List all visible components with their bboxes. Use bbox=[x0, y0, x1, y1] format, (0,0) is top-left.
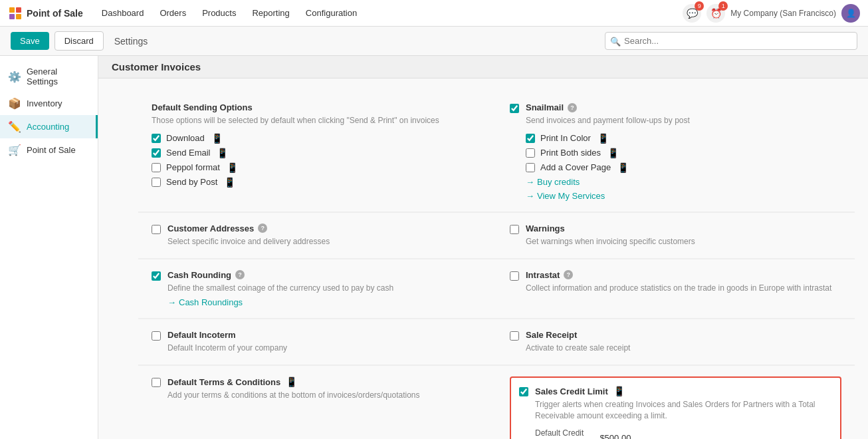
send-email-mobile-icon: 📱 bbox=[217, 148, 228, 158]
default-credit-label: Default CreditLimit bbox=[535, 428, 584, 439]
nav-dashboard[interactable]: Dashboard bbox=[94, 0, 152, 27]
credit-limit-mobile-icon: 📱 bbox=[613, 386, 625, 396]
addresses-checkbox[interactable] bbox=[152, 225, 161, 234]
cash-rounding-info-icon[interactable]: ? bbox=[235, 270, 245, 279]
terms-desc: Add your terms & conditions at the botto… bbox=[167, 390, 483, 401]
cash-rounding-desc: Define the smallest coinage of the curre… bbox=[167, 283, 483, 294]
warnings-content: Warnings Get warnings when invoicing spe… bbox=[526, 223, 841, 247]
cash-rounding-row: Cash Rounding ? Define the smallest coin… bbox=[152, 270, 483, 308]
sale-receipt-desc: Activate to create sale receipt bbox=[526, 343, 841, 354]
addresses-content: Customer Addresses ? Select specific inv… bbox=[167, 223, 483, 247]
app-logo[interactable]: Point of Sale bbox=[8, 6, 83, 21]
warnings-checkbox[interactable] bbox=[510, 225, 519, 234]
save-button[interactable]: Save bbox=[11, 32, 49, 50]
search-wrap: 🔍 bbox=[605, 32, 857, 50]
settings-body: Default Sending Options Those options wi… bbox=[98, 78, 868, 439]
cash-rounding-checkbox[interactable] bbox=[152, 271, 161, 281]
sidebar-accounting-label: Accounting bbox=[27, 122, 69, 132]
activity-btn[interactable]: ⏰ 1 bbox=[706, 4, 725, 23]
view-services-link[interactable]: → View My Services bbox=[526, 191, 841, 201]
default-credit-value: $500.00 bbox=[597, 432, 650, 439]
main-content: Customer Invoices Default Sending Option… bbox=[98, 56, 868, 439]
intrastat-checkbox[interactable] bbox=[510, 271, 519, 281]
sidebar-pos-label: Point of Sale bbox=[27, 145, 76, 155]
nav-reporting[interactable]: Reporting bbox=[244, 0, 297, 27]
sale-receipt-checkbox[interactable] bbox=[510, 331, 519, 341]
default-sending-desc: Those options will be selected by defaul… bbox=[152, 115, 483, 126]
intrastat-desc: Collect information and produce statisti… bbox=[526, 283, 841, 294]
setting-incoterm: Default Incoterm Default Incoterm of you… bbox=[138, 319, 496, 365]
peppol-label: Peppol format bbox=[166, 162, 220, 172]
print-both-checkbox[interactable] bbox=[526, 148, 535, 158]
snailmail-checkbox[interactable] bbox=[510, 104, 519, 113]
nav-products[interactable]: Products bbox=[194, 0, 244, 27]
default-credit-row: Default CreditLimit $500.00 bbox=[535, 428, 832, 439]
print-color-checkbox[interactable] bbox=[526, 134, 535, 143]
cover-page-checkbox[interactable] bbox=[526, 163, 535, 172]
incoterm-desc: Default Incoterm of your company bbox=[167, 343, 483, 354]
intrastat-check-col bbox=[510, 270, 519, 283]
sale-receipt-row: Sale Receipt Activate to create sale rec… bbox=[510, 330, 841, 354]
sidebar-item-inventory[interactable]: 📦 Inventory bbox=[0, 92, 98, 115]
pos-icon: 🛒 bbox=[8, 144, 21, 156]
toolbar: Save Discard Settings 🔍 bbox=[0, 27, 868, 56]
cash-roundings-link[interactable]: → Cash Roundings bbox=[167, 297, 483, 307]
svg-rect-0 bbox=[9, 7, 15, 13]
intrastat-title: Intrastat ? bbox=[526, 270, 841, 280]
messages-btn[interactable]: 💬 9 bbox=[683, 4, 701, 23]
snailmail-row: Snailmail ? Send invoices and payment fo… bbox=[510, 102, 841, 201]
default-sending-options: Download 📱 Send Email 📱 Peppol format 📱 bbox=[152, 133, 483, 188]
send-email-checkbox[interactable] bbox=[152, 148, 161, 158]
sidebar-item-general[interactable]: ⚙️ General Settings bbox=[0, 61, 98, 92]
download-option: Download 📱 bbox=[152, 133, 483, 144]
print-both-label: Print Both sides bbox=[540, 148, 601, 158]
cover-page-label: Add a Cover Page bbox=[540, 162, 611, 172]
send-post-option: Send by Post 📱 bbox=[152, 177, 483, 188]
download-checkbox[interactable] bbox=[152, 134, 161, 143]
snailmail-check-col bbox=[510, 102, 519, 115]
credit-limit-check-col bbox=[519, 386, 528, 398]
sidebar-item-pos[interactable]: 🛒 Point of Sale bbox=[0, 138, 98, 162]
warnings-check-col bbox=[510, 223, 519, 236]
discard-button[interactable]: Discard bbox=[54, 31, 104, 51]
send-email-option: Send Email 📱 bbox=[152, 148, 483, 158]
addresses-info-icon[interactable]: ? bbox=[258, 223, 267, 233]
row-terms-credit: Default Terms & Conditions 📱 Add your te… bbox=[138, 366, 855, 439]
nav-configuration[interactable]: Configuration bbox=[298, 0, 365, 27]
sidebar-general-label: General Settings bbox=[27, 67, 90, 86]
setting-credit-limit: Sales Credit Limit 📱 Trigger alerts when… bbox=[496, 366, 855, 439]
cash-rounding-title: Cash Rounding ? bbox=[167, 270, 483, 280]
warnings-row: Warnings Get warnings when invoicing spe… bbox=[510, 223, 841, 247]
incoterm-checkbox[interactable] bbox=[152, 331, 161, 341]
addresses-check-col bbox=[152, 223, 161, 236]
avatar[interactable]: 👤 bbox=[841, 4, 860, 23]
nav-items: Dashboard Orders Products Reporting Conf… bbox=[94, 0, 365, 27]
nav-orders[interactable]: Orders bbox=[152, 0, 194, 27]
addresses-title: Customer Addresses ? bbox=[167, 223, 483, 233]
peppol-checkbox[interactable] bbox=[152, 163, 161, 172]
sidebar-item-accounting[interactable]: ✏️ Accounting bbox=[0, 115, 98, 138]
search-input[interactable] bbox=[605, 32, 857, 50]
row-incoterm-receipt: Default Incoterm Default Incoterm of you… bbox=[138, 319, 855, 366]
sale-receipt-check-col bbox=[510, 330, 519, 343]
sale-receipt-content: Sale Receipt Activate to create sale rec… bbox=[526, 330, 841, 354]
credit-limit-box: Sales Credit Limit 📱 Trigger alerts when… bbox=[510, 376, 841, 439]
svg-rect-2 bbox=[9, 14, 15, 19]
nav-right: 💬 9 ⏰ 1 My Company (San Francisco) 👤 bbox=[683, 4, 860, 23]
credit-limit-checkbox[interactable] bbox=[519, 387, 528, 396]
intrastat-info-icon[interactable]: ? bbox=[564, 270, 573, 279]
print-color-option: Print In Color 📱 bbox=[526, 133, 841, 144]
company-name: My Company (San Francisco) bbox=[730, 9, 836, 18]
credit-limit-desc: Trigger alerts when creating Invoices an… bbox=[535, 399, 832, 422]
cash-rounding-content: Cash Rounding ? Define the smallest coin… bbox=[167, 270, 483, 308]
terms-checkbox[interactable] bbox=[152, 378, 161, 387]
terms-check-col bbox=[152, 376, 161, 389]
snailmail-info-icon[interactable]: ? bbox=[568, 103, 577, 112]
send-post-checkbox[interactable] bbox=[152, 178, 161, 187]
warnings-title: Warnings bbox=[526, 223, 841, 233]
buy-credits-link[interactable]: → Buy credits bbox=[526, 177, 841, 187]
incoterm-title: Default Incoterm bbox=[167, 330, 483, 340]
activity-badge: 1 bbox=[718, 1, 728, 11]
setting-customer-addresses: Customer Addresses ? Select specific inv… bbox=[138, 213, 496, 259]
snailmail-desc: Send invoices and payment follow-ups by … bbox=[526, 115, 841, 126]
